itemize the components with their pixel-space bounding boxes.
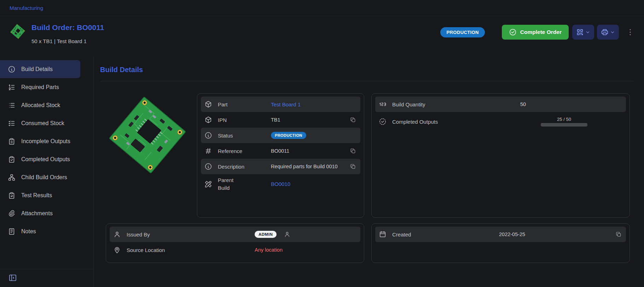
sidebar-item-completed-outputs[interactable]: Completed Outputs	[0, 150, 80, 168]
sidebar-item-required-parts[interactable]: Required Parts	[0, 78, 80, 96]
sidebar-item-allocated-stock[interactable]: Allocated Stock	[0, 96, 80, 114]
barcode-actions-button[interactable]	[572, 25, 594, 40]
user-icon	[113, 230, 122, 238]
progress-label: 25 / 50	[557, 117, 571, 122]
row-label: Part	[218, 101, 267, 107]
sidebar-item-build-details[interactable]: Build Details	[0, 60, 80, 78]
header-text: Build Order: BO0011 50 x TB1 | Test Boar…	[31, 23, 104, 44]
table-row-part: Part Test Board 1	[201, 96, 360, 112]
clipboard-check-icon	[8, 156, 16, 163]
issued-by-badge: ADMIN	[255, 231, 277, 238]
sidebar-collapse-icon	[8, 274, 17, 282]
list-check-icon	[8, 119, 16, 127]
sidebar-item-consumed-stock[interactable]: Consumed Stock	[0, 114, 80, 132]
page-title: Build Order: BO0011	[31, 23, 104, 32]
reference-value: BO0011	[271, 148, 289, 154]
numbers-123-icon	[379, 100, 388, 108]
copy-reference-button[interactable]	[349, 147, 357, 155]
copy-created-button[interactable]	[615, 230, 622, 238]
row-label: IPN	[218, 117, 267, 123]
details-table: Part Test Board 1 IPN TB1	[197, 93, 364, 218]
sidebar-item-label: Test Results	[21, 192, 52, 199]
dots-vertical-icon	[626, 28, 634, 36]
package-icon	[204, 116, 214, 124]
header-actions: PRODUCTION Complete Order	[440, 25, 634, 40]
table-row-reference: Reference BO0011	[201, 143, 360, 159]
sidebar-item-label: Child Build Orders	[21, 174, 67, 181]
qr-code-icon	[576, 28, 584, 36]
part-thumbnail[interactable]	[10, 23, 26, 40]
complete-order-label: Complete Order	[520, 29, 562, 35]
row-label: Description	[218, 164, 267, 170]
part-link[interactable]: Test Board 1	[271, 101, 301, 107]
clipboard-icon	[8, 137, 16, 145]
created-value: 2022-05-25	[499, 232, 525, 237]
description-value: Required parts for Build 0010	[271, 163, 338, 170]
list-numbers-icon	[8, 83, 16, 91]
panel-title: Build Details	[100, 66, 633, 81]
complete-order-button[interactable]: Complete Order	[502, 25, 569, 40]
printer-icon	[601, 28, 609, 36]
sidebar-item-label: Required Parts	[21, 84, 59, 90]
sidebar-item-label: Incomplete Outputs	[21, 138, 70, 145]
print-actions-button[interactable]	[597, 25, 619, 40]
collapse-sidebar-button[interactable]	[8, 274, 17, 282]
sidebar-item-child-build-orders[interactable]: Child Build Orders	[0, 168, 80, 186]
sidebar-item-attachments[interactable]: Attachments	[0, 204, 80, 222]
sidebar-item-incomplete-outputs[interactable]: Incomplete Outputs	[0, 132, 80, 150]
row-label: Source Location	[127, 247, 250, 253]
copy-description-button[interactable]	[349, 163, 357, 170]
circle-check-icon	[509, 28, 517, 36]
table-row-source-location: Source Location Any location	[110, 242, 360, 258]
ipn-value: TB1	[271, 117, 280, 123]
table-row-ipn: IPN TB1	[201, 112, 360, 128]
sidebar-item-label: Build Details	[21, 66, 53, 72]
status-badge: PRODUCTION	[271, 132, 306, 139]
build-details-section: Part Test Board 1 IPN TB1	[106, 93, 364, 218]
row-label: Parent Build	[218, 176, 238, 192]
hash-icon	[204, 147, 214, 155]
row-label: Issued By	[127, 232, 250, 238]
status-badge: PRODUCTION	[440, 27, 485, 37]
row-label: Build Quantity	[392, 101, 516, 107]
info-circle-icon	[204, 131, 214, 139]
created-table: Created 2022-05-25	[371, 223, 630, 263]
copy-ipn-button[interactable]	[349, 116, 357, 124]
sidebar-item-label: Notes	[21, 228, 36, 235]
more-actions-menu-button[interactable]	[626, 28, 634, 36]
sidebar-item-label: Completed Outputs	[21, 156, 70, 163]
part-image[interactable]	[106, 93, 189, 177]
progress-bar	[541, 123, 587, 127]
sidebar-item-label: Allocated Stock	[21, 102, 60, 109]
tools-icon	[204, 180, 214, 188]
paperclip-icon	[8, 210, 16, 217]
chevron-down-icon	[585, 30, 590, 35]
table-row-build-quantity: Build Quantity 50	[375, 96, 626, 112]
table-row-parent-build: Parent Build BO0010	[201, 174, 360, 194]
main-panel: Build Details Part Test Board 1	[94, 57, 644, 287]
row-label: Completed Outputs	[392, 119, 516, 125]
sidebar-item-notes[interactable]: Notes	[0, 222, 80, 240]
breadcrumb-manufacturing-link[interactable]: Manufacturing	[10, 5, 43, 11]
user-icon	[284, 231, 291, 238]
parent-build-link[interactable]: BO0010	[271, 181, 290, 187]
chevron-down-icon	[610, 30, 615, 35]
row-label: Created	[392, 232, 495, 238]
package-icon	[204, 100, 214, 108]
map-pin-icon	[113, 246, 122, 254]
sidebar-footer	[0, 269, 93, 287]
progress-check-icon	[379, 118, 388, 125]
page-subtitle: 50 x TB1 | Test Board 1	[31, 38, 104, 44]
test-report-icon	[8, 192, 16, 199]
sidebar-item-label: Consumed Stock	[21, 120, 64, 127]
completed-outputs-progress: 25 / 50	[541, 117, 587, 127]
table-row-issued-by: Issued By ADMIN	[110, 227, 360, 242]
sidebar: Build Details Required Parts Allocated S…	[0, 57, 94, 287]
breadcrumb: Manufacturing	[0, 0, 644, 16]
row-label: Reference	[218, 148, 267, 154]
sitemap-icon	[8, 174, 16, 181]
build-order-page: Manufacturing Build Order: BO0011 50 x T…	[0, 0, 644, 287]
row-label: Status	[218, 133, 267, 139]
sidebar-item-test-results[interactable]: Test Results	[0, 186, 80, 204]
table-row-completed-outputs: Completed Outputs 25 / 50	[375, 112, 626, 131]
